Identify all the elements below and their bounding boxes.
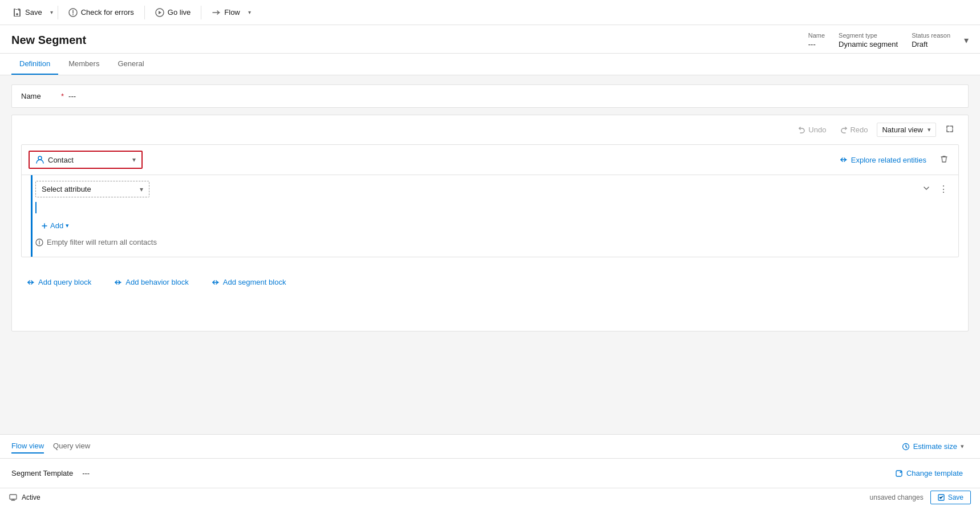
undo-icon <box>798 126 806 134</box>
attribute-placeholder: Select attribute <box>42 185 91 193</box>
change-template-icon <box>895 469 903 477</box>
status-bar: Active unsaved changes Save <box>0 488 980 506</box>
svg-rect-5 <box>10 495 17 499</box>
add-icon <box>41 222 48 229</box>
toolbar-divider-3 <box>201 6 201 19</box>
collapse-icon <box>923 185 930 192</box>
redo-button[interactable]: Redo <box>835 123 872 136</box>
add-chevron-icon: ▾ <box>66 222 69 229</box>
attribute-area: Select attribute ▾ ⋮ <box>22 175 958 257</box>
meta-segment-type: Segment type Dynamic segment <box>839 32 898 48</box>
add-segment-block-button[interactable]: Add segment block <box>206 274 292 290</box>
left-bar <box>31 175 33 257</box>
svg-point-2 <box>38 156 42 160</box>
unsaved-changes-text: unsaved changes <box>870 493 924 501</box>
empty-notice: Empty filter will return all contacts <box>35 233 951 251</box>
contact-entity-icon <box>35 155 44 164</box>
add-query-block-button[interactable]: Add query block <box>21 274 97 290</box>
toolbar-divider-1 <box>58 6 58 19</box>
main-content: Name * --- Undo Redo Nat <box>0 75 980 434</box>
screen-icon <box>9 493 17 501</box>
query-block: Contact ▾ Explore related entities <box>21 144 959 257</box>
flow-icon <box>212 8 221 17</box>
explore-related-entities-button[interactable]: Explore related entities <box>834 152 932 168</box>
more-options-button[interactable]: ⋮ <box>936 181 951 197</box>
add-segment-block-icon <box>212 278 220 286</box>
tab-flow-view[interactable]: Flow view <box>11 439 44 454</box>
undo-button[interactable]: Undo <box>793 123 831 136</box>
delete-icon <box>940 155 948 163</box>
entity-name: Contact <box>48 156 74 164</box>
template-label: Segment Template <box>11 469 73 477</box>
estimate-chevron-icon: ▾ <box>961 443 964 450</box>
estimate-size-button[interactable]: Estimate size ▾ <box>897 440 969 453</box>
go-live-button[interactable]: Go live <box>149 5 196 21</box>
attribute-dropdown[interactable]: Select attribute ▾ <box>35 181 149 197</box>
tabs-bar: Definition Members General <box>0 54 980 75</box>
toolbar-divider-2 <box>144 6 145 19</box>
page-title: New Segment <box>11 34 86 47</box>
status-save-icon <box>938 494 945 501</box>
save-dropdown-arrow[interactable]: ▾ <box>50 9 53 15</box>
change-template-button[interactable]: Change template <box>889 465 969 481</box>
status-save-button[interactable]: Save <box>930 491 971 504</box>
go-live-icon <box>155 8 164 17</box>
view-tabs-row: Flow view Query view Estimate size ▾ <box>0 435 980 459</box>
meta-status-reason: Status reason Draft <box>912 32 950 48</box>
bottom-section: Flow view Query view Estimate size ▾ Seg… <box>0 434 980 488</box>
entity-selector-row: Contact ▾ Explore related entities <box>22 145 958 175</box>
view-selector[interactable]: Natural view ▾ <box>877 123 936 137</box>
save-icon <box>13 8 22 17</box>
check-errors-button[interactable]: Check for errors <box>63 5 140 21</box>
tab-general[interactable]: General <box>110 54 152 75</box>
header-meta: Name --- Segment type Dynamic segment St… <box>808 32 950 48</box>
cursor-line <box>35 202 37 213</box>
attribute-chevron-icon: ▾ <box>140 185 143 193</box>
flow-button[interactable]: Flow <box>206 5 245 21</box>
redo-icon <box>840 126 848 134</box>
expand-button[interactable] <box>941 122 959 137</box>
tab-members[interactable]: Members <box>60 54 107 75</box>
name-label: Name <box>21 92 55 100</box>
template-section: Segment Template --- Change template <box>0 459 980 488</box>
tab-query-view[interactable]: Query view <box>53 439 90 454</box>
builder-toolbar: Undo Redo Natural view ▾ <box>21 122 959 137</box>
collapse-button[interactable] <box>920 183 933 196</box>
add-behavior-block-icon <box>114 278 122 286</box>
check-errors-icon <box>68 8 78 17</box>
save-button[interactable]: Save <box>7 5 48 21</box>
toolbar: Save ▾ Check for errors Go live Flow ▾ <box>0 0 980 25</box>
info-icon <box>35 238 43 246</box>
add-query-block-icon <box>27 278 35 286</box>
template-left: Segment Template --- <box>11 469 90 477</box>
estimate-size-icon <box>902 443 910 451</box>
name-section: Name * --- <box>11 84 969 108</box>
add-behavior-block-button[interactable]: Add behavior block <box>108 274 195 290</box>
expand-icon <box>945 124 954 133</box>
status-left: Active <box>9 493 41 501</box>
flow-dropdown-arrow[interactable]: ▾ <box>248 9 251 15</box>
entity-dropdown[interactable]: Contact ▾ <box>29 151 143 169</box>
status-right: unsaved changes Save <box>870 491 971 504</box>
required-star: * <box>61 92 64 100</box>
name-value: --- <box>68 92 76 100</box>
add-button[interactable]: Add ▾ <box>35 218 75 233</box>
explore-icon <box>840 156 848 164</box>
add-blocks: Add query block Add behavior block Add s… <box>21 266 959 298</box>
header-expand-chevron[interactable]: ▾ <box>964 35 969 46</box>
view-tab-group: Flow view Query view <box>11 439 90 454</box>
page-header: New Segment Name --- Segment type Dynami… <box>0 25 980 54</box>
template-value: --- <box>82 469 90 477</box>
view-chevron-icon: ▾ <box>928 126 931 133</box>
delete-query-block-button[interactable] <box>937 152 951 168</box>
meta-name: Name --- <box>808 32 825 48</box>
tab-definition[interactable]: Definition <box>11 54 58 75</box>
status-text: Active <box>22 493 41 501</box>
segment-builder: Undo Redo Natural view ▾ <box>11 115 969 331</box>
entity-dropdown-chevron: ▾ <box>132 156 136 164</box>
attribute-row: Select attribute ▾ ⋮ <box>35 181 951 197</box>
